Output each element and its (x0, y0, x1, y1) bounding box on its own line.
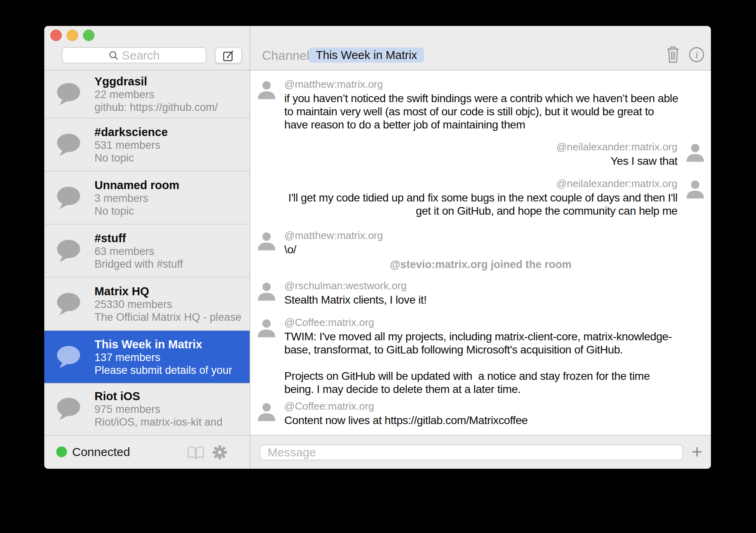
message-sender: @neilalexander:matrix.org (284, 178, 677, 190)
room-name: Matrix HQ (94, 284, 250, 298)
message-text (284, 356, 677, 369)
speech-bubble-icon (57, 292, 81, 316)
room-topic: Please submit details of your (94, 364, 243, 377)
message-text: TWIM: I've moved all my projects, includ… (284, 330, 677, 343)
room-name: #darkscience (94, 125, 250, 139)
sidebar-toolbar[interactable]: Search (44, 26, 250, 71)
system-message: @stevio:matrix.org joined the room (250, 259, 711, 271)
message-text: get it on GitHub, and hope the community… (284, 204, 677, 217)
svg-text:i: i (695, 49, 698, 61)
person-avatar-icon (255, 79, 278, 101)
compose-icon (222, 49, 235, 62)
message-group: @neilalexander:matrix.org Yes I saw that (250, 141, 711, 168)
message-text: Content now lives at https://gitlab.com/… (284, 414, 677, 427)
message-text: to maintain very well (as most of our co… (284, 105, 677, 118)
delete-room-button[interactable] (665, 46, 681, 65)
plus-icon: + (692, 441, 703, 462)
room-topic: Riot/iOS, matrix-ios-kit and (94, 416, 243, 428)
person-avatar-icon (684, 142, 707, 164)
room-members: 3 members (94, 192, 243, 205)
room-row-darkscience[interactable]: #darkscience 531 members No topic (44, 118, 250, 172)
book-icon (187, 446, 205, 460)
room-row-stuff[interactable]: #stuff 63 members Bridged with #stuff (44, 225, 250, 278)
zoom-button[interactable] (83, 30, 94, 41)
message-sender: @neilalexander:matrix.org (284, 141, 677, 153)
room-row-matrix-hq[interactable]: Matrix HQ 25330 members The Official Mat… (44, 278, 250, 331)
person-avatar-icon (255, 401, 278, 423)
search-input[interactable]: Search (62, 47, 207, 63)
sidebar-divider (250, 26, 250, 469)
room-topic: No topic (94, 152, 243, 164)
room-topic: Bridged with #stuff (94, 258, 243, 270)
room-row-yggdrasil[interactable]: Yggdrasil 22 members github: https://git… (44, 71, 250, 118)
message-text: if you haven’t noticed the swift binding… (284, 92, 677, 105)
message-text: I'll get my code tidied up and fix some … (284, 191, 677, 204)
room-topic: No topic (94, 205, 243, 217)
room-list: Yggdrasil 22 members github: https://git… (44, 71, 250, 435)
speech-bubble-icon (57, 345, 81, 369)
room-name: This Week in Matrix (94, 338, 250, 351)
app-window: Search Yggdrasil 22 members github: http… (44, 26, 711, 469)
room-members: 22 members (94, 88, 243, 101)
message-timeline[interactable]: @matthew:matrix.org if you haven’t notic… (250, 71, 711, 435)
close-button[interactable] (50, 30, 62, 41)
gear-icon (212, 444, 228, 460)
bookmarks-button[interactable] (187, 446, 205, 461)
room-members: 25330 members (94, 298, 243, 311)
speech-bubble-icon (57, 239, 81, 263)
message-sender: @rschulman:westwork.org (284, 280, 677, 292)
speech-bubble-icon (57, 397, 81, 420)
attach-button[interactable]: + (688, 440, 706, 463)
speech-bubble-icon (57, 83, 81, 106)
person-avatar-icon (684, 178, 707, 200)
connection-status-dot (56, 446, 67, 457)
message-group: @Coffee:matrix.org TWIM: I've moved all … (250, 316, 711, 396)
message-sender: @matthew:matrix.org (284, 78, 677, 90)
channel-name-pill[interactable]: This Week in Matrix (309, 47, 424, 63)
message-text: \o/ (284, 243, 677, 256)
message-group: @matthew:matrix.org \o/ (250, 229, 711, 256)
message-group: @neilalexander:matrix.org I'll get my co… (250, 178, 711, 217)
room-name: Yggdrasil (94, 75, 250, 88)
room-topic: The Official Matrix HQ - please (94, 311, 243, 324)
room-members: 63 members (94, 245, 243, 258)
trash-icon (665, 46, 681, 63)
status-bar: Connected (44, 435, 250, 469)
message-group: @matthew:matrix.org if you haven’t notic… (250, 78, 711, 131)
message-text: Yes I saw that (284, 154, 677, 168)
person-avatar-icon (255, 280, 278, 302)
person-avatar-icon (255, 317, 278, 339)
message-text: have reason to do a better job of mainta… (284, 118, 677, 131)
room-name: #stuff (94, 231, 250, 245)
room-name: Unnamed room (94, 178, 250, 192)
speech-bubble-icon (57, 133, 81, 156)
room-members: 531 members (94, 139, 243, 152)
message-text: Stealth Matrix clients, I love it! (284, 293, 677, 306)
room-row-this-week-in-matrix[interactable]: This Week in Matrix 137 members Please s… (44, 331, 250, 384)
composer-bar: + (250, 435, 711, 469)
channel-toolbar[interactable]: Channel: This Week in Matrix i (250, 26, 711, 71)
search-placeholder: Search (122, 49, 159, 62)
channel-label: Channel: (262, 48, 313, 63)
compose-button[interactable] (215, 47, 242, 63)
main-panel: Channel: This Week in Matrix i (250, 26, 711, 469)
message-text: Projects on GitHub will be updated with … (284, 369, 677, 383)
room-info-button[interactable]: i (689, 47, 705, 64)
message-group: @rschulman:westwork.org Stealth Matrix c… (250, 280, 711, 306)
room-members: 137 members (94, 351, 243, 364)
message-group: @Coffee:matrix.org Content now lives at … (250, 400, 711, 427)
message-text: base, transformat, to GitLab following M… (284, 343, 677, 356)
message-sender: @Coffee:matrix.org (284, 316, 677, 328)
search-icon (108, 50, 119, 61)
room-row-riot-ios[interactable]: Riot iOS 975 members Riot/iOS, matrix-io… (44, 384, 250, 434)
speech-bubble-icon (57, 186, 81, 209)
settings-button[interactable] (212, 444, 228, 462)
minimize-button[interactable] (67, 30, 78, 41)
room-name: Riot iOS (94, 389, 250, 403)
info-icon: i (689, 47, 705, 63)
connection-status-label: Connected (72, 445, 130, 459)
message-input[interactable] (260, 444, 683, 460)
sidebar: Search Yggdrasil 22 members github: http… (44, 26, 250, 469)
message-sender: @matthew:matrix.org (284, 229, 677, 241)
room-row-unnamed[interactable]: Unnamed room 3 members No topic (44, 172, 250, 225)
